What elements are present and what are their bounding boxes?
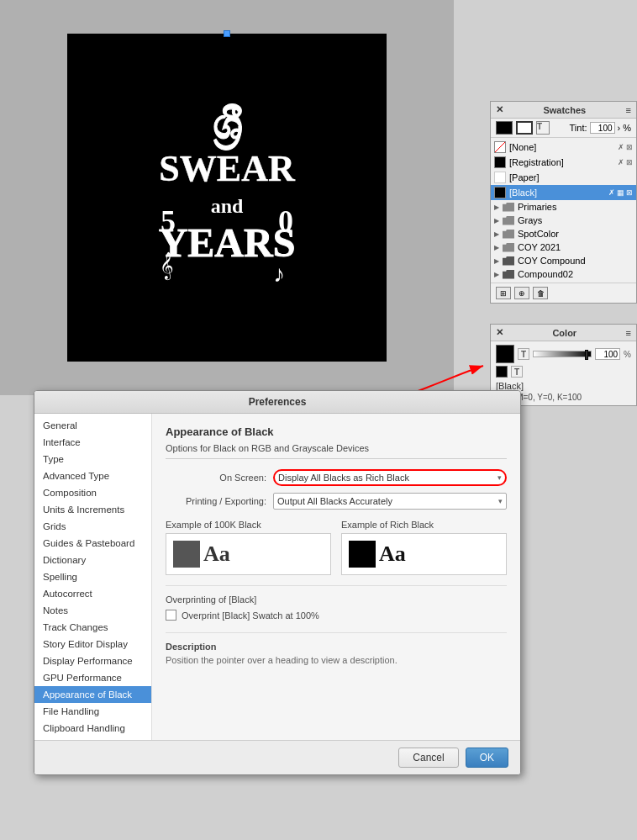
preview-100k-swatch <box>173 541 200 568</box>
sidebar-item-appearance-black[interactable]: Appearance of Black <box>34 686 151 703</box>
sidebar-item-composition[interactable]: Composition <box>34 484 151 501</box>
swatch-group-primaries[interactable]: ▶ Primaries <box>491 200 636 214</box>
main-subtitle: Options for Black on RGB and Grayscale D… <box>166 443 507 459</box>
swatch-group-grays[interactable]: ▶ Grays <box>491 214 636 227</box>
preview-rich-aa: Aa <box>379 542 406 567</box>
text-swatch-btn[interactable]: T <box>536 121 550 135</box>
color-second-row: T <box>496 366 631 378</box>
new-color-group-btn[interactable]: ⊞ <box>496 287 511 299</box>
sidebar-item-file-handling[interactable]: File Handling <box>34 703 151 720</box>
coy-compound-label: COY Compound <box>518 256 586 266</box>
example-100k-box: Example of 100K Black Aa <box>166 520 331 575</box>
example-100k-preview: Aa <box>166 533 331 575</box>
swatch-black-icons: ✗ ▦ ⊠ <box>608 188 633 197</box>
example-rich-preview: Aa <box>341 533 507 575</box>
color-panel-header: ✕ Color ≡ <box>491 325 636 341</box>
sidebar-item-grids[interactable]: Grids <box>34 518 151 535</box>
color-panel-title: Color <box>552 328 576 338</box>
none-icon2: ⊠ <box>626 143 633 151</box>
preview-rich-swatch <box>349 541 376 568</box>
reg-icon1: ✗ <box>618 158 624 166</box>
black-icon1: ✗ <box>608 188 615 197</box>
sidebar-item-gpu-perf[interactable]: GPU Performance <box>34 669 151 686</box>
tint-arrow[interactable]: › <box>618 123 621 133</box>
swatch-item-registration[interactable]: [Registration] ✗ ⊠ <box>491 155 636 170</box>
sidebar-item-dictionary[interactable]: Dictionary <box>34 552 151 568</box>
swatch-item-none[interactable]: [None] ✗ ⊠ <box>491 140 636 155</box>
canvas-area: ශ්‍රී SWEAR and YEARS 5 0 𝄞 ♪ <box>0 0 454 395</box>
sidebar-item-interface[interactable]: Interface <box>34 434 151 451</box>
compound02-label: Compound02 <box>518 269 573 279</box>
tint-input[interactable] <box>590 122 615 134</box>
sidebar-item-clipboard[interactable]: Clipboard Handling <box>34 720 151 737</box>
swatch-color-paper <box>494 172 506 183</box>
swatches-panel: ✕ Swatches ≡ T Tint: › % [None] ✗ ⊠ <box>490 101 637 304</box>
sidebar-item-advanced-type[interactable]: Advanced Type <box>34 468 151 484</box>
color-value-input[interactable] <box>595 348 620 360</box>
example-rich-label: Example of Rich Black <box>341 520 507 530</box>
swatches-panel-collapse[interactable]: ✕ <box>496 104 503 115</box>
color-k-slider[interactable] <box>533 351 592 357</box>
preferences-dialog: Preferences General Interface Type Advan… <box>34 390 521 775</box>
color-stroke-swatch[interactable] <box>496 366 508 378</box>
description-title: Description <box>166 642 507 652</box>
sidebar-item-track-changes[interactable]: Track Changes <box>34 619 151 636</box>
examples-row: Example of 100K Black Aa Example of Rich… <box>166 520 507 575</box>
canvas-handle[interactable] <box>224 30 230 37</box>
ok-button[interactable]: OK <box>466 748 508 768</box>
coy2021-arrow: ▶ <box>494 244 499 251</box>
color-panel-menu[interactable]: ≡ <box>626 328 631 338</box>
dialog-footer: Cancel OK <box>34 740 520 774</box>
sidebar-item-units[interactable]: Units & Increments <box>34 501 151 518</box>
sidebar-item-guides[interactable]: Guides & Pasteboard <box>34 535 151 552</box>
on-screen-row: On Screen: Display All Blacks as Rich Bl… <box>166 469 507 486</box>
color-panel-collapse[interactable]: ✕ <box>496 327 503 338</box>
sidebar-item-display-perf[interactable]: Display Performance <box>34 652 151 669</box>
black-icon2: ▦ <box>617 188 624 197</box>
new-swatch-btn[interactable]: ⊕ <box>514 287 529 299</box>
sidebar-item-general[interactable]: General <box>34 417 151 434</box>
overprint-label: Overprint [Black] Swatch at 100% <box>182 610 319 621</box>
svg-text:𝄞: 𝄞 <box>160 251 174 281</box>
swatch-group-coy2021[interactable]: ▶ COY 2021 <box>491 240 636 254</box>
main-title: Appearance of Black <box>166 425 507 438</box>
stroke-swatch-btn[interactable] <box>516 121 533 135</box>
swatch-group-coy-compound[interactable]: ▶ COY Compound <box>491 254 636 267</box>
preferences-main: Appearance of Black Options for Black on… <box>152 414 520 740</box>
swatches-panel-header: ✕ Swatches ≡ <box>491 102 636 119</box>
color-stroke-t-btn[interactable]: T <box>511 366 523 378</box>
sidebar-item-notes[interactable]: Notes <box>34 602 151 619</box>
none-icon1: ✗ <box>618 143 624 151</box>
preferences-sidebar: General Interface Type Advanced Type Com… <box>34 414 152 740</box>
swatch-item-black[interactable]: [Black] ✗ ▦ ⊠ <box>491 185 636 200</box>
swatch-group-compound02[interactable]: ▶ Compound02 <box>491 267 636 281</box>
canvas-document: ශ්‍රී SWEAR and YEARS 5 0 𝄞 ♪ <box>67 34 387 362</box>
typography-artwork: ශ්‍රී SWEAR and YEARS 5 0 𝄞 ♪ <box>143 88 311 307</box>
compound02-folder-icon <box>503 270 514 279</box>
cancel-button[interactable]: Cancel <box>398 748 458 768</box>
sidebar-item-autocorrect[interactable]: Autocorrect <box>34 585 151 602</box>
dialog-title: Preferences <box>249 396 307 408</box>
on-screen-value: Display All Blacks as Rich Black <box>278 473 409 483</box>
overprint-checkbox[interactable] <box>166 610 176 621</box>
swatch-group-spotcolor[interactable]: ▶ SpotColor <box>491 227 636 240</box>
sidebar-item-story-editor[interactable]: Story Editor Display <box>34 636 151 652</box>
tint-percent: % <box>623 123 631 133</box>
sidebar-item-type[interactable]: Type <box>34 451 151 468</box>
delete-swatch-btn[interactable]: 🗑 <box>533 287 548 299</box>
sidebar-item-spelling[interactable]: Spelling <box>34 568 151 585</box>
fill-swatch-btn[interactable] <box>496 121 513 135</box>
swatches-panel-menu[interactable]: ≡ <box>626 105 631 115</box>
coy-compound-folder-icon <box>503 256 514 266</box>
on-screen-select[interactable]: Display All Blacks as Rich Black ▾ <box>273 469 507 486</box>
color-fill-swatch[interactable] <box>496 345 514 363</box>
color-t-btn[interactable]: T <box>518 348 529 360</box>
preview-100k-aa: Aa <box>203 542 230 567</box>
grays-folder-icon <box>503 216 514 225</box>
overprinting-title: Overprinting of [Black] <box>166 594 507 605</box>
printing-select[interactable]: Output All Blacks Accurately ▾ <box>273 493 507 510</box>
swatches-panel-title: Swatches <box>543 105 586 115</box>
swatch-color-registration <box>494 156 506 168</box>
dialog-titlebar: Preferences <box>34 391 520 414</box>
swatch-item-paper[interactable]: [Paper] <box>491 170 636 185</box>
